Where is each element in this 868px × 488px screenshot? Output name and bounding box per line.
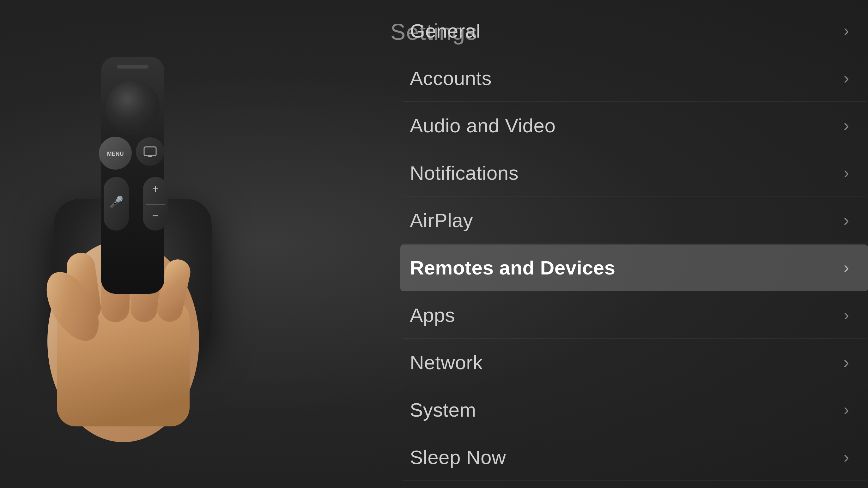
menu-item-label-network: Network <box>410 351 483 373</box>
svg-point-9 <box>106 80 160 134</box>
svg-rect-8 <box>117 65 149 69</box>
chevron-icon-audio-video: › <box>844 116 849 135</box>
svg-rect-14 <box>148 156 152 157</box>
chevron-icon-network: › <box>844 353 849 372</box>
chevron-icon-system: › <box>844 400 849 419</box>
svg-text:MENU: MENU <box>107 151 124 157</box>
menu-item-label-apps: Apps <box>410 304 455 326</box>
menu-item-apps[interactable]: Apps› <box>400 292 868 338</box>
chevron-icon-airplay: › <box>844 211 849 230</box>
svg-rect-13 <box>144 147 156 156</box>
chevron-icon-accounts: › <box>844 69 849 88</box>
svg-point-12 <box>136 137 164 166</box>
menu-item-label-sleep-now: Sleep Now <box>410 446 506 468</box>
menu-item-notifications[interactable]: Notifications› <box>400 150 868 196</box>
menu-item-airplay[interactable]: AirPlay› <box>400 197 868 244</box>
menu-item-accounts[interactable]: Accounts› <box>400 55 868 102</box>
menu-item-system[interactable]: System› <box>400 387 868 433</box>
menu-item-label-accounts: Accounts <box>410 67 492 89</box>
menu-item-label-audio-video: Audio and Video <box>410 115 556 137</box>
menu-item-label-system: System <box>410 399 476 421</box>
svg-point-10 <box>99 137 132 170</box>
settings-panel: General›Accounts›Audio and Video›Notific… <box>375 0 868 488</box>
menu-item-label-remotes-devices: Remotes and Devices <box>410 257 615 279</box>
appletv-box <box>54 199 212 350</box>
chevron-icon-notifications: › <box>844 163 849 182</box>
menu-item-general[interactable]: General› <box>400 8 868 54</box>
chevron-icon-apps: › <box>844 305 849 324</box>
svg-text:+: + <box>152 182 159 195</box>
menu-item-label-airplay: AirPlay <box>410 209 473 231</box>
menu-item-label-notifications: Notifications <box>410 162 519 184</box>
menu-item-audio-video[interactable]: Audio and Video› <box>400 102 868 149</box>
menu-item-remotes-devices[interactable]: Remotes and Devices› <box>400 245 868 291</box>
menu-item-sleep-now[interactable]: Sleep Now› <box>400 434 868 481</box>
chevron-icon-remotes-devices: › <box>844 258 849 277</box>
chevron-icon-general: › <box>844 21 849 40</box>
left-panel: MENU 🎤 + − <box>0 0 379 488</box>
chevron-icon-sleep-now: › <box>844 448 849 466</box>
menu-item-network[interactable]: Network› <box>400 339 868 386</box>
menu-item-label-general: General <box>410 20 480 42</box>
settings-list: General›Accounts›Audio and Video›Notific… <box>400 7 868 481</box>
